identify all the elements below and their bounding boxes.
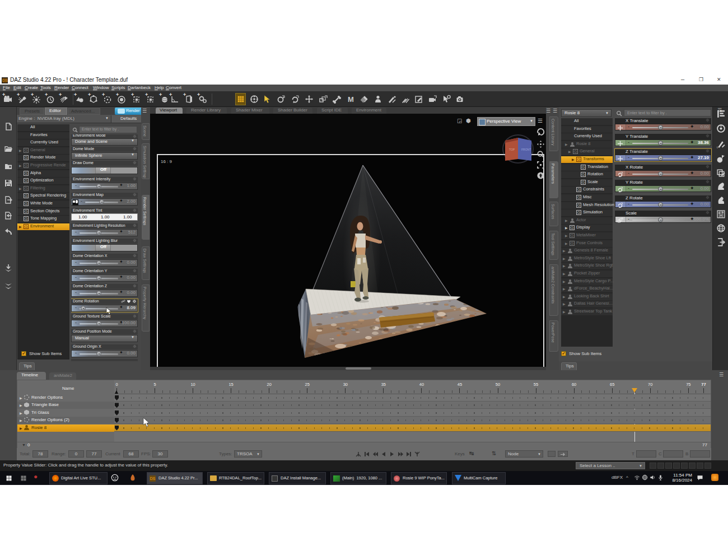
svg-text:TOP: TOP <box>509 148 515 151</box>
svg-text:M: M <box>348 95 354 104</box>
svg-text:t: t <box>717 146 718 149</box>
svg-text:FRONT: FRONT <box>521 148 531 151</box>
svg-text:16 : 9: 16 : 9 <box>161 159 172 164</box>
